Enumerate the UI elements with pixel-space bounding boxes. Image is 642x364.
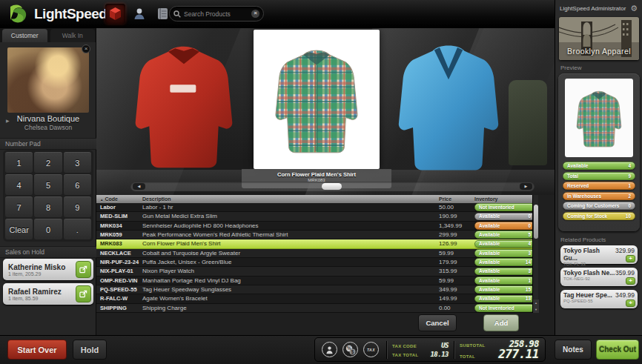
related-product-card[interactable]: Tag Heuer Spe... 349.99 PQ-SPEED-55 + <box>560 290 638 308</box>
table-row[interactable]: SHIPPING Shipping Charge 0.00 Not Invent… <box>96 304 538 313</box>
scroll-down-icon[interactable]: ▼ <box>533 306 539 313</box>
carousel-item-blue-sweater[interactable] <box>394 39 503 175</box>
numpad-key[interactable]: 7 <box>5 196 33 217</box>
tax-icon[interactable]: TAX <box>363 342 379 357</box>
customer-nameplate[interactable]: ▶ Nirvana Boutique Chelsea Dawson <box>0 114 96 131</box>
numpad-key[interactable]: . <box>64 219 91 239</box>
numpad-key[interactable]: Clear <box>5 219 33 239</box>
row-code: PQ-SPEED-55 <box>96 286 142 293</box>
discount-icon[interactable]: % $ <box>342 342 358 357</box>
row-code: OMP-RED-VIN <box>96 277 142 284</box>
related-product-name: Tag Heuer Spe... <box>563 291 612 299</box>
gear-icon[interactable]: ⚙ <box>630 4 638 13</box>
table-row[interactable]: Labor Labor - 1 hr 50.00 Not Inventoried <box>96 203 538 212</box>
carousel-right-arrow-icon[interactable]: ▶ <box>520 183 532 190</box>
preview-product-image[interactable] <box>565 79 633 157</box>
notes-button[interactable]: Notes <box>555 340 592 360</box>
start-over-button[interactable]: Start Over <box>7 340 67 360</box>
table-row[interactable]: NIX-PLAY-01 Nixon Player Watch 315.99 Av… <box>96 267 538 276</box>
add-related-product-button[interactable]: + <box>626 300 635 307</box>
table-row[interactable]: MRK059 Peak Performance Women's Red Athl… <box>96 231 538 239</box>
customer-tab[interactable]: Customer <box>2 29 47 42</box>
add-related-product-button[interactable]: + <box>626 255 635 262</box>
table-header[interactable]: ▲Code Description Price Inventory <box>96 195 538 203</box>
cancel-button[interactable]: Cancel <box>418 314 457 331</box>
table-scrollbar[interactable]: ▲ ▼ <box>532 195 538 313</box>
numpad-key[interactable]: 5 <box>34 174 62 195</box>
row-price: 315.99 <box>439 268 474 274</box>
row-description: Agate Women's Bracelet <box>142 295 439 302</box>
numpad-key[interactable]: 3 <box>64 152 91 173</box>
table-row[interactable]: PQ-SPEED-55 Tag Heuer Speedway Sunglasse… <box>96 285 538 294</box>
resume-sale-button[interactable] <box>76 261 91 278</box>
numpad-key[interactable]: 0 <box>34 219 62 239</box>
add-related-product-button[interactable]: + <box>626 277 635 285</box>
resume-sale-button[interactable] <box>76 285 91 302</box>
held-sale-detail: 1 item, 205.29 <box>8 271 65 277</box>
table-row[interactable]: MRK034 Sennheiser Audiophile HD 800 Head… <box>96 222 538 231</box>
clear-search-icon[interactable]: × <box>251 10 259 18</box>
carousel-left-arrow-icon[interactable]: ◀ <box>133 183 145 190</box>
row-inventory-cell: Available0 <box>474 222 538 230</box>
expand-customer-icon[interactable]: ▶ <box>6 118 10 123</box>
numpad-key[interactable]: 2 <box>34 152 62 173</box>
search-placeholder: Search Products <box>184 10 248 18</box>
related-product-card[interactable]: Tokyo Flash Ne... 359.99 TOK-NEG-92 + <box>560 268 638 286</box>
customer-total-icon[interactable] <box>322 342 337 357</box>
table-row[interactable]: NECKLACE Cobalt and Turquoise Argyle Swe… <box>96 249 538 258</box>
carousel-item-red-shirt[interactable] <box>132 37 236 175</box>
held-sale-card[interactable]: Katherine Misko 1 item, 205.29 <box>3 259 93 280</box>
carousel-scroll-thumb[interactable] <box>322 183 342 190</box>
store-banner[interactable]: Brooklyn Apparel <box>559 17 639 60</box>
hold-button[interactable]: Hold <box>73 340 107 360</box>
inventory-stat-pill: Coming for Customers0 <box>563 202 635 210</box>
resume-sale-icon <box>79 265 87 274</box>
top-bar: LightSpeed <box>0 0 555 28</box>
table-row[interactable]: MRK083 Corn Flower Plaid Men's Shirt 126… <box>96 239 538 248</box>
search-products-field[interactable]: Search Products × <box>169 6 264 21</box>
ledger-icon <box>157 7 168 20</box>
held-sale-card[interactable]: Rafael Ramirez 1 item, 85.59 <box>3 283 93 305</box>
row-code: Labor <box>96 204 142 211</box>
check-out-button[interactable]: Check Out <box>596 340 639 360</box>
scroll-up-icon[interactable]: ▲ <box>533 300 539 306</box>
numpad-key[interactable]: 8 <box>34 196 62 217</box>
table-row[interactable]: R-FALC-W Agate Women's Bracelet 149.99 A… <box>96 294 538 303</box>
remove-customer-icon[interactable]: × <box>82 44 90 53</box>
header-inventory[interactable]: Inventory <box>474 196 538 202</box>
customer-sidebar: Customer Walk In × ▶ Nirvana Boutique Ch… <box>0 28 96 335</box>
add-button[interactable]: Add <box>483 314 519 331</box>
row-description: Corn Flower Plaid Men's Shirt <box>142 240 439 247</box>
carousel-item-selected-plaid-shirt[interactable] <box>254 30 380 169</box>
row-code: MRK083 <box>96 240 142 247</box>
inventory-status-badge: Available3 <box>474 249 535 257</box>
numpad-key[interactable]: 9 <box>64 196 91 217</box>
lightspeed-ribbon-icon <box>7 4 30 24</box>
header-code[interactable]: ▲Code <box>96 196 142 202</box>
inventory-status-badge: Available4 <box>474 240 535 248</box>
customer-tab[interactable]: Walk In <box>50 29 96 42</box>
inventory-status-badge: Available1 <box>474 277 535 285</box>
numpad-key[interactable]: 6 <box>64 174 91 195</box>
row-code: MRK059 <box>96 231 142 238</box>
table-row[interactable]: OMP-RED-VIN Manhattan Portage Red Vinyl … <box>96 277 538 285</box>
customers-mode-button[interactable] <box>129 4 149 24</box>
products-mode-button[interactable] <box>105 4 125 24</box>
table-row[interactable]: NIR-PUF-23-24 Puffa Jacket, Unisex - Gre… <box>96 258 538 267</box>
row-code: MRK034 <box>96 222 142 229</box>
numpad-key[interactable]: 4 <box>5 174 33 195</box>
carousel-scrollbar[interactable]: ◀ ▶ <box>130 182 535 191</box>
header-price[interactable]: Price <box>439 196 474 202</box>
table-scroll-thumb[interactable] <box>534 205 538 239</box>
admin-title: LightSpeed Administrator <box>560 5 626 12</box>
number-pad-header: Number Pad <box>0 138 96 150</box>
related-product-card[interactable]: Tokyo Flash Gu... 329.99 TOK-FL-33 + <box>560 245 638 264</box>
customer-contact-name: Chelsea Dawson <box>0 124 96 131</box>
row-description: Cobalt and Turquoise Argyle Sweater <box>142 250 439 257</box>
carousel-item-olive-jacket[interactable] <box>509 80 547 165</box>
numpad-key[interactable]: 1 <box>5 152 33 173</box>
preview-header: Preview <box>555 62 642 73</box>
header-description[interactable]: Description <box>142 196 439 202</box>
table-row[interactable]: MED-SLIM Gun Metal Medici Extra Slim 190… <box>96 212 538 221</box>
plaid-shirt-image <box>273 40 360 159</box>
